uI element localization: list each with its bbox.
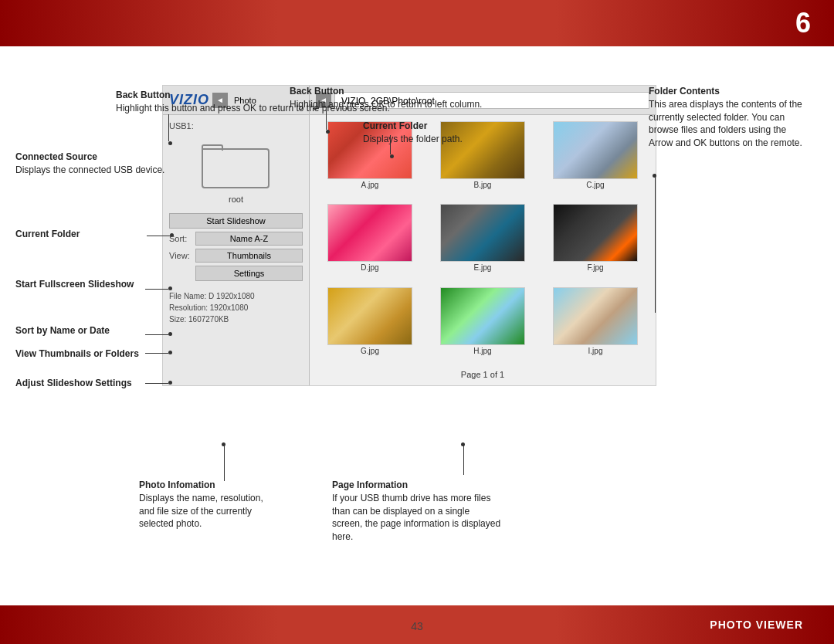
current-folder-left-title: Current Folder <box>15 228 80 241</box>
photo-viewer-label: PHOTO VIEWER <box>710 619 803 631</box>
annotation-current-folder-left: Current Folder <box>15 228 80 241</box>
annotation-sort-by: Sort by Name or Date <box>15 324 110 337</box>
current-folder-right-title: Current Folder <box>363 120 463 133</box>
photo-name: I.jpg <box>588 347 603 355</box>
connector-current-folder-left <box>147 236 170 236</box>
left-column: USB1: root Start Slideshow Sort: Name A-… <box>163 115 310 385</box>
photo-thumbnail <box>327 287 412 345</box>
slideshow-button[interactable]: Start Slideshow <box>169 213 303 229</box>
photo-thumbnail <box>327 204 412 262</box>
top-bar: 6 <box>0 0 834 46</box>
right-column: A.jpgB.jpgC.jpgD.jpgE.jpgF.jpgG.jpgH.jpg… <box>310 115 656 385</box>
photo-thumbnail <box>553 287 638 345</box>
view-label: View: <box>169 251 192 260</box>
view-button[interactable]: Thumbnails <box>195 249 303 263</box>
photo-name: E.jpg <box>474 263 492 272</box>
photo-grid: A.jpgB.jpgC.jpgD.jpgE.jpgF.jpgG.jpgH.jpg… <box>316 121 649 365</box>
photo-name: B.jpg <box>474 181 492 189</box>
annotation-back-btn-right: Back Button Highlight and press OK to re… <box>290 85 482 111</box>
folder-icon <box>202 138 271 188</box>
dot-folder-contents <box>653 174 656 178</box>
dot-page-info <box>461 442 465 446</box>
connector-page-info <box>463 444 465 475</box>
page-number: 6 <box>795 7 811 39</box>
dot-view <box>168 351 172 354</box>
photo-name: F.jpg <box>587 263 603 272</box>
photo-name: H.jpg <box>473 347 491 355</box>
photo-thumbnail <box>440 204 525 262</box>
current-folder-right-desc: Displays the folder path. <box>363 134 463 144</box>
panel-body: USB1: root Start Slideshow Sort: Name A-… <box>163 115 656 385</box>
photo-info-desc: Displays the name, resolution, and file … <box>139 493 263 530</box>
dot-slideshow <box>168 286 172 290</box>
connector-back-left <box>168 114 170 141</box>
photo-thumbnail <box>440 287 525 345</box>
page-info-desc: If your USB thumb drive has more files t… <box>332 493 500 542</box>
connected-source-desc: Displays the connected USB device. <box>15 164 164 175</box>
connector-sort <box>145 334 168 335</box>
annotation-adjust-slideshow: Adjust Slideshow Settings <box>15 377 132 390</box>
folder-body <box>202 148 270 188</box>
file-info-line3: Size: 1607270KB <box>169 314 303 325</box>
file-info-line1: File Name: D 1920x1080 <box>169 290 303 302</box>
sort-row: Sort: Name A-Z <box>169 232 303 246</box>
dot-current-folder-left <box>170 233 174 237</box>
photo-item[interactable]: H.jpg <box>429 287 537 365</box>
dot-current-folder-right <box>390 154 394 158</box>
photo-item[interactable]: I.jpg <box>541 287 649 365</box>
photo-item[interactable]: F.jpg <box>541 204 649 282</box>
annotation-connected-source: Connected Source Displays the connected … <box>15 151 164 177</box>
photo-name: A.jpg <box>361 181 379 189</box>
dot-photo-info <box>222 442 225 446</box>
file-info: File Name: D 1920x1080 Resolution: 1920x… <box>169 290 303 325</box>
connector-photo-info <box>224 444 225 481</box>
folder-contents-desc: This area displays the contents of the c… <box>649 99 802 148</box>
page-info-title: Page Information <box>332 479 502 492</box>
annotation-page-info: Page Information If your USB thumb drive… <box>332 479 502 544</box>
connector-view <box>145 353 168 354</box>
photo-info-title: Photo Infomation <box>139 479 278 492</box>
connector-back-right <box>326 108 327 130</box>
folder-contents-title: Folder Contents <box>649 85 803 98</box>
back-btn-right-title: Back Button <box>290 85 482 98</box>
photo-name: G.jpg <box>361 347 379 355</box>
photo-thumbnail <box>553 204 638 262</box>
dot-settings <box>168 381 172 385</box>
annotation-start-fullscreen: Start Fullscreen Slideshow <box>15 278 134 291</box>
annotation-current-folder-right: Current Folder Displays the folder path. <box>363 120 463 146</box>
photo-item[interactable]: C.jpg <box>541 121 649 199</box>
annotation-view-thumbnails: View Thumbnails or Folders <box>15 347 139 361</box>
connector-settings <box>145 383 168 384</box>
photo-item[interactable]: E.jpg <box>429 204 537 282</box>
page-footer-number: 43 <box>411 620 423 632</box>
connector-folder-contents <box>655 174 656 313</box>
folder-name: root <box>169 195 303 204</box>
dot-back-left <box>168 141 172 145</box>
file-info-line2: Resolution: 1920x1080 <box>169 302 303 314</box>
photo-item[interactable]: D.jpg <box>316 204 424 282</box>
photo-name: C.jpg <box>586 181 604 189</box>
dot-sort <box>168 332 172 336</box>
photo-name: D.jpg <box>361 263 378 272</box>
photo-item[interactable]: G.jpg <box>316 287 424 365</box>
connected-source-title: Connected Source <box>15 151 164 164</box>
view-row: View: Thumbnails <box>169 249 303 263</box>
settings-button[interactable]: Settings <box>195 266 303 281</box>
back-btn-right-desc: Highlight and press OK to return to left… <box>290 99 482 110</box>
sort-button[interactable]: Name A-Z <box>195 232 303 246</box>
usb-label: USB1: <box>169 121 303 130</box>
page-info: Page 1 of 1 <box>316 370 649 379</box>
annotation-folder-contents: Folder Contents This area displays the c… <box>649 85 803 150</box>
start-fullscreen-title: Start Fullscreen Slideshow <box>15 278 134 291</box>
adjust-slideshow-title: Adjust Slideshow Settings <box>15 377 132 390</box>
photo-thumbnail <box>553 121 638 179</box>
connector-slideshow <box>145 289 168 290</box>
view-thumbnails-title: View Thumbnails or Folders <box>15 347 139 361</box>
annotation-photo-info: Photo Infomation Displays the name, reso… <box>139 479 278 530</box>
connector-current-folder-right <box>390 135 391 154</box>
dot-back-right <box>326 130 330 134</box>
sort-by-title: Sort by Name or Date <box>15 324 110 337</box>
